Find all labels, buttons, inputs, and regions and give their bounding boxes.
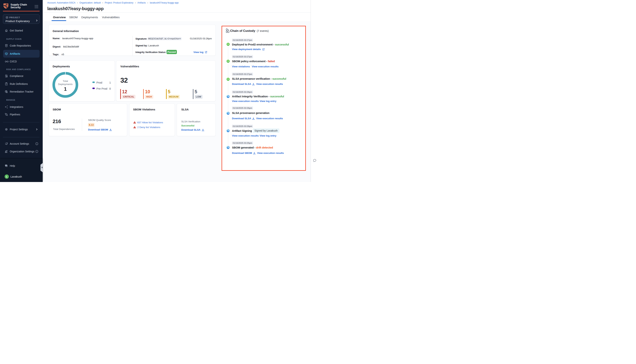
svg-text:1: 1 — [64, 86, 66, 92]
svg-text:?: ? — [6, 165, 6, 166]
svg-text:Total: Total — [62, 80, 68, 82]
svg-text:Deployments: Deployments — [58, 83, 72, 86]
